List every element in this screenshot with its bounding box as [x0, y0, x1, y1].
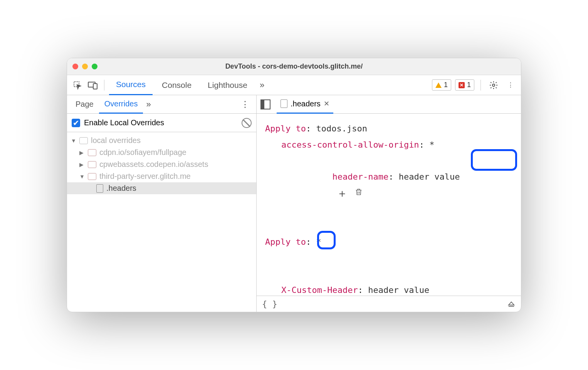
- tree-folder-label: third-party-server.glitch.me: [99, 172, 191, 181]
- tree-folder-label: cdpn.io/sofiayem/fullpage: [99, 148, 186, 157]
- settings-icon[interactable]: [487, 79, 500, 92]
- editor-tabs: .headers ✕: [257, 95, 521, 114]
- file-tree: ▼ local overrides ▶ cdpn.io/sofiayem/ful…: [67, 132, 256, 312]
- folder-icon: [88, 161, 96, 168]
- separator: [104, 80, 104, 91]
- header-value[interactable]: header value: [368, 285, 429, 295]
- editor-panel: .headers ✕ Apply to: todos.json access-c…: [257, 95, 521, 312]
- tree-root-label: local overrides: [91, 136, 141, 145]
- dock-icon[interactable]: [507, 300, 516, 308]
- apply-to-label: Apply to: [265, 237, 306, 247]
- separator: [480, 80, 481, 91]
- close-tab-icon[interactable]: ✕: [324, 99, 329, 108]
- warning-count: 1: [444, 81, 448, 89]
- folder-icon: [88, 173, 96, 180]
- subtab-page[interactable]: Page: [70, 95, 99, 114]
- file-tab-headers[interactable]: .headers ✕: [277, 95, 333, 114]
- window-controls: [72, 64, 97, 69]
- header-value[interactable]: *: [429, 140, 434, 150]
- apply-to-value[interactable]: todos.json: [316, 124, 367, 133]
- errors-badge[interactable]: ✕ 1: [455, 79, 474, 91]
- navigator-menu-icon[interactable]: ⋮: [237, 99, 253, 109]
- inspect-element-icon[interactable]: [71, 79, 84, 92]
- navigator-tabs: Page Overrides » ⋮: [67, 95, 256, 114]
- enable-overrides-label: Enable Local Overrides: [84, 118, 164, 127]
- content-area: Page Overrides » ⋮ ✔ Enable Local Overri…: [67, 95, 521, 312]
- add-header-icon[interactable]: ＋: [337, 188, 348, 199]
- header-actions: ＋: [337, 185, 363, 202]
- more-subtabs-icon[interactable]: »: [143, 99, 154, 109]
- apply-to-label: Apply to: [265, 124, 306, 133]
- file-icon: [96, 184, 103, 193]
- error-count: 1: [467, 81, 471, 89]
- clear-overrides-icon[interactable]: [242, 118, 252, 128]
- more-menu-icon[interactable]: ⋮: [504, 79, 517, 92]
- pretty-print-icon[interactable]: { }: [262, 299, 277, 309]
- tree-folder[interactable]: ▼ third-party-server.glitch.me: [67, 170, 256, 182]
- header-value[interactable]: header value: [399, 172, 460, 182]
- chevron-down-icon: ▼: [79, 173, 85, 180]
- header-name[interactable]: header-name: [332, 172, 388, 182]
- apply-to-value[interactable]: *: [316, 237, 321, 247]
- folder-icon: [79, 137, 88, 144]
- tab-sources[interactable]: Sources: [109, 75, 153, 95]
- file-icon: [281, 99, 287, 108]
- tab-console[interactable]: Console: [155, 75, 198, 95]
- svg-rect-2: [93, 84, 97, 89]
- main-toolbar: Sources Console Lighthouse » 1 ✕ 1 ⋮: [67, 75, 521, 95]
- close-window-icon[interactable]: [72, 64, 78, 69]
- tree-folder[interactable]: ▶ cdpn.io/sofiayem/fullpage: [67, 146, 256, 158]
- tree-file-label: .headers: [106, 184, 136, 193]
- more-tabs-icon[interactable]: »: [257, 80, 267, 90]
- zoom-window-icon[interactable]: [92, 64, 97, 69]
- tree-root[interactable]: ▼ local overrides: [67, 135, 256, 146]
- devtools-window: DevTools - cors-demo-devtools.glitch.me/…: [67, 58, 521, 312]
- header-name[interactable]: access-control-allow-origin: [281, 140, 419, 150]
- chevron-right-icon: ▶: [79, 150, 85, 156]
- tab-lighthouse[interactable]: Lighthouse: [201, 75, 254, 95]
- enable-overrides-checkbox[interactable]: ✔: [72, 119, 80, 127]
- titlebar: DevTools - cors-demo-devtools.glitch.me/: [67, 58, 521, 75]
- error-icon: ✕: [459, 82, 465, 88]
- delete-header-icon[interactable]: [354, 185, 363, 202]
- headers-editor: Apply to: todos.json access-control-allo…: [257, 114, 521, 296]
- subtab-overrides[interactable]: Overrides: [99, 95, 143, 114]
- warnings-badge[interactable]: 1: [432, 79, 451, 91]
- header-name[interactable]: X-Custom-Header: [281, 285, 358, 295]
- device-toolbar-icon[interactable]: [86, 79, 99, 92]
- tree-folder-label: cpwebassets.codepen.io/assets: [99, 160, 208, 169]
- tree-file-headers[interactable]: .headers: [67, 182, 256, 194]
- toggle-navigator-icon[interactable]: [260, 99, 270, 109]
- file-tab-label: .headers: [291, 99, 321, 108]
- chevron-right-icon: ▶: [79, 161, 85, 168]
- navigator-panel: Page Overrides » ⋮ ✔ Enable Local Overri…: [67, 95, 257, 312]
- chevron-down-icon: ▼: [71, 138, 76, 144]
- editor-statusbar: { }: [257, 296, 521, 312]
- svg-point-3: [492, 84, 495, 86]
- window-title: DevTools - cors-demo-devtools.glitch.me/: [67, 62, 521, 71]
- warning-icon: [435, 82, 442, 88]
- tree-folder[interactable]: ▶ cpwebassets.codepen.io/assets: [67, 158, 256, 170]
- folder-icon: [88, 149, 96, 156]
- minimize-window-icon[interactable]: [82, 64, 88, 69]
- enable-overrides-row: ✔ Enable Local Overrides: [67, 114, 256, 132]
